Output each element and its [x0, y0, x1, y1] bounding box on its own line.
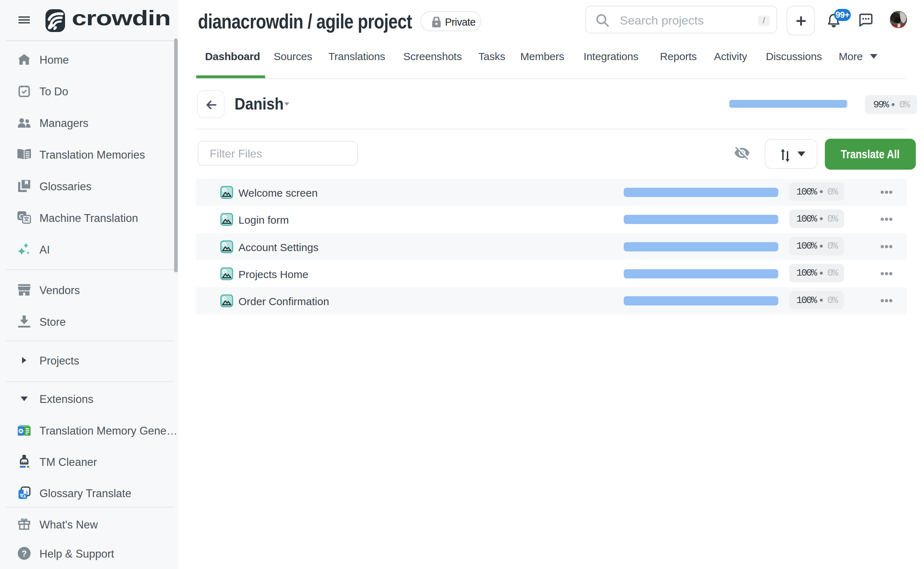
svg-text:?: ? — [22, 549, 27, 558]
svg-text:A: A — [23, 494, 26, 499]
